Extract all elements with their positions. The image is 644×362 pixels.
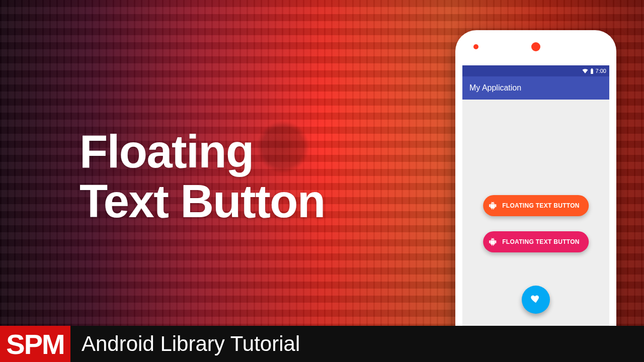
phone-sensor-dot xyxy=(473,44,478,49)
fab-heart-button[interactable] xyxy=(522,286,550,314)
channel-badge: SPM xyxy=(0,326,70,362)
app-bar: My Application xyxy=(462,76,609,100)
channel-badge-text: SPM xyxy=(6,328,64,360)
hero-title-line1: Floating xyxy=(79,127,325,176)
app-title: My Application xyxy=(469,83,521,93)
app-body: FLOATING TEXT BUTTON FLOATING TEXT BUTTO… xyxy=(462,100,609,344)
footer-bar: SPM Android Library Tutorial xyxy=(0,326,644,362)
wifi-icon xyxy=(582,68,588,73)
android-icon xyxy=(488,201,497,210)
phone-speaker xyxy=(531,42,540,51)
thumbnail-stage: Floating Text Button 7:00 My Application xyxy=(0,0,644,362)
android-icon xyxy=(488,237,497,246)
footer-subtitle: Android Library Tutorial xyxy=(82,332,300,356)
status-time: 7:00 xyxy=(596,68,606,74)
hero-title: Floating Text Button xyxy=(79,127,325,227)
hero-title-line2: Text Button xyxy=(79,176,325,226)
heart-icon xyxy=(530,293,541,306)
battery-icon xyxy=(590,68,594,74)
svg-rect-0 xyxy=(591,69,593,73)
status-bar: 7:00 xyxy=(462,65,609,76)
phone-mockup: 7:00 My Application FLOATING TEXT BUTTON xyxy=(455,30,616,344)
phone-screen: 7:00 My Application FLOATING TEXT BUTTON xyxy=(462,65,609,344)
floating-text-button-pink[interactable]: FLOATING TEXT BUTTON xyxy=(483,231,589,252)
floating-text-button-pink-label: FLOATING TEXT BUTTON xyxy=(502,238,580,245)
phone-bezel-top xyxy=(455,30,616,65)
svg-rect-1 xyxy=(591,68,592,69)
floating-text-button-orange[interactable]: FLOATING TEXT BUTTON xyxy=(483,195,589,216)
floating-text-button-orange-label: FLOATING TEXT BUTTON xyxy=(502,202,580,209)
